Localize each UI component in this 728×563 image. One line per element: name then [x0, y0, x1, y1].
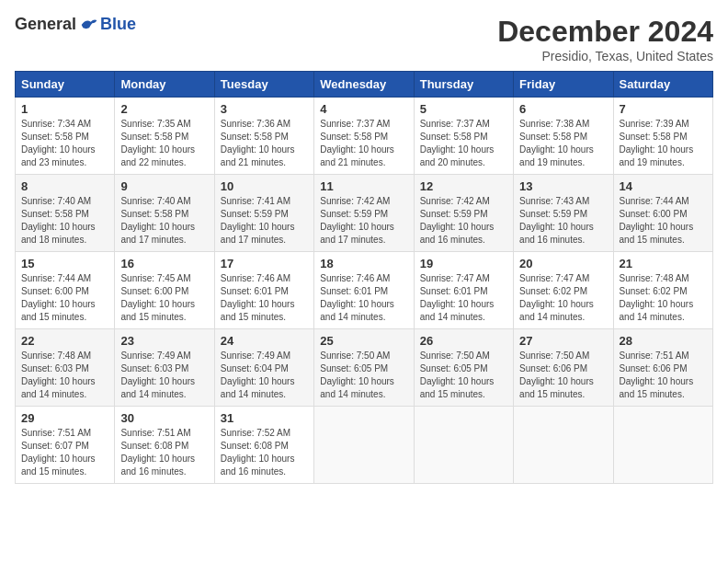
calendar-cell: 9Sunrise: 7:40 AMSunset: 5:58 PMDaylight… — [115, 175, 214, 252]
logo: General Blue — [15, 15, 136, 34]
day-number: 13 — [519, 179, 607, 193]
calendar-cell: 1Sunrise: 7:34 AMSunset: 5:58 PMDaylight… — [16, 98, 115, 175]
logo-blue-text: Blue — [100, 15, 136, 34]
location-text: Presidio, Texas, United States — [497, 49, 713, 63]
calendar-header-wednesday: Wednesday — [314, 72, 414, 98]
month-title: December 2024 — [497, 15, 713, 49]
day-info: Sunrise: 7:42 AMSunset: 5:59 PMDaylight:… — [420, 195, 507, 247]
day-info: Sunrise: 7:47 AMSunset: 6:01 PMDaylight:… — [420, 272, 507, 324]
calendar-cell: 4Sunrise: 7:37 AMSunset: 5:58 PMDaylight… — [314, 98, 414, 175]
day-number: 20 — [519, 257, 607, 270]
calendar-cell: 23Sunrise: 7:49 AMSunset: 6:03 PMDayligh… — [115, 329, 214, 407]
day-number: 10 — [221, 179, 308, 193]
day-info: Sunrise: 7:51 AMSunset: 6:08 PMDaylight:… — [120, 427, 208, 478]
calendar-cell: 28Sunrise: 7:51 AMSunset: 6:06 PMDayligh… — [613, 329, 712, 407]
calendar-cell: 16Sunrise: 7:45 AMSunset: 6:00 PMDayligh… — [115, 252, 214, 329]
day-info: Sunrise: 7:46 AMSunset: 6:01 PMDaylight:… — [320, 272, 407, 324]
day-number: 23 — [120, 334, 208, 348]
day-number: 4 — [320, 102, 407, 116]
calendar-cell: 11Sunrise: 7:42 AMSunset: 5:59 PMDayligh… — [314, 175, 414, 252]
day-info: Sunrise: 7:52 AMSunset: 6:08 PMDaylight:… — [221, 427, 308, 478]
day-info: Sunrise: 7:49 AMSunset: 6:04 PMDaylight:… — [221, 350, 308, 401]
calendar-cell: 7Sunrise: 7:39 AMSunset: 5:58 PMDaylight… — [613, 98, 712, 175]
day-info: Sunrise: 7:42 AMSunset: 5:59 PMDaylight:… — [320, 195, 407, 247]
day-number: 15 — [21, 257, 108, 270]
day-number: 29 — [21, 411, 108, 425]
logo-bird-icon — [80, 16, 98, 34]
day-info: Sunrise: 7:49 AMSunset: 6:03 PMDaylight:… — [120, 350, 208, 401]
day-number: 26 — [420, 334, 507, 348]
calendar-cell: 17Sunrise: 7:46 AMSunset: 6:01 PMDayligh… — [214, 252, 313, 329]
day-info: Sunrise: 7:37 AMSunset: 5:58 PMDaylight:… — [420, 118, 507, 169]
calendar-header-thursday: Thursday — [414, 72, 513, 98]
calendar-cell: 14Sunrise: 7:44 AMSunset: 6:00 PMDayligh… — [613, 175, 712, 252]
calendar-cell: 19Sunrise: 7:47 AMSunset: 6:01 PMDayligh… — [414, 252, 513, 329]
day-info: Sunrise: 7:51 AMSunset: 6:06 PMDaylight:… — [620, 350, 707, 401]
calendar-header-friday: Friday — [514, 72, 613, 98]
day-info: Sunrise: 7:50 AMSunset: 6:05 PMDaylight:… — [320, 350, 407, 401]
day-number: 11 — [320, 179, 407, 193]
day-number: 22 — [21, 334, 108, 348]
calendar-cell: 5Sunrise: 7:37 AMSunset: 5:58 PMDaylight… — [414, 98, 513, 175]
calendar-cell: 18Sunrise: 7:46 AMSunset: 6:01 PMDayligh… — [314, 252, 414, 329]
calendar-week-row: 22Sunrise: 7:48 AMSunset: 6:03 PMDayligh… — [16, 329, 713, 407]
calendar-header-monday: Monday — [115, 72, 214, 98]
day-info: Sunrise: 7:36 AMSunset: 5:58 PMDaylight:… — [221, 118, 308, 169]
calendar-cell: 20Sunrise: 7:47 AMSunset: 6:02 PMDayligh… — [514, 252, 613, 329]
day-info: Sunrise: 7:39 AMSunset: 5:58 PMDaylight:… — [620, 118, 707, 169]
calendar-cell: 25Sunrise: 7:50 AMSunset: 6:05 PMDayligh… — [314, 329, 414, 407]
title-section: December 2024 Presidio, Texas, United St… — [497, 15, 713, 63]
day-number: 6 — [519, 102, 607, 116]
day-number: 3 — [221, 102, 308, 116]
day-number: 25 — [320, 334, 407, 348]
calendar-cell: 29Sunrise: 7:51 AMSunset: 6:07 PMDayligh… — [16, 407, 115, 484]
calendar-week-row: 29Sunrise: 7:51 AMSunset: 6:07 PMDayligh… — [16, 407, 713, 484]
day-number: 18 — [320, 257, 407, 270]
calendar-cell: 13Sunrise: 7:43 AMSunset: 5:59 PMDayligh… — [514, 175, 613, 252]
calendar-week-row: 15Sunrise: 7:44 AMSunset: 6:00 PMDayligh… — [16, 252, 713, 329]
calendar-cell: 12Sunrise: 7:42 AMSunset: 5:59 PMDayligh… — [414, 175, 513, 252]
calendar-cell: 21Sunrise: 7:48 AMSunset: 6:02 PMDayligh… — [613, 252, 712, 329]
calendar-table: SundayMondayTuesdayWednesdayThursdayFrid… — [15, 71, 713, 484]
day-info: Sunrise: 7:44 AMSunset: 6:00 PMDaylight:… — [21, 272, 108, 324]
calendar-cell: 3Sunrise: 7:36 AMSunset: 5:58 PMDaylight… — [214, 98, 313, 175]
day-number: 19 — [420, 257, 507, 270]
calendar-cell — [613, 407, 712, 484]
calendar-cell: 8Sunrise: 7:40 AMSunset: 5:58 PMDaylight… — [16, 175, 115, 252]
calendar-cell — [414, 407, 513, 484]
day-info: Sunrise: 7:51 AMSunset: 6:07 PMDaylight:… — [21, 427, 108, 478]
calendar-cell — [514, 407, 613, 484]
calendar-cell: 26Sunrise: 7:50 AMSunset: 6:05 PMDayligh… — [414, 329, 513, 407]
day-info: Sunrise: 7:41 AMSunset: 5:59 PMDaylight:… — [221, 195, 308, 247]
day-info: Sunrise: 7:50 AMSunset: 6:05 PMDaylight:… — [420, 350, 507, 401]
logo-general-text: General — [15, 15, 76, 34]
calendar-cell: 27Sunrise: 7:50 AMSunset: 6:06 PMDayligh… — [514, 329, 613, 407]
day-number: 7 — [620, 102, 707, 116]
day-number: 24 — [221, 334, 308, 348]
day-number: 30 — [120, 411, 208, 425]
day-number: 31 — [221, 411, 308, 425]
calendar-header-saturday: Saturday — [613, 72, 712, 98]
day-number: 17 — [221, 257, 308, 270]
calendar-header-sunday: Sunday — [16, 72, 115, 98]
page-header: General Blue December 2024 Presidio, Tex… — [15, 15, 713, 63]
day-info: Sunrise: 7:40 AMSunset: 5:58 PMDaylight:… — [21, 195, 108, 247]
day-info: Sunrise: 7:37 AMSunset: 5:58 PMDaylight:… — [320, 118, 407, 169]
day-info: Sunrise: 7:45 AMSunset: 6:00 PMDaylight:… — [120, 272, 208, 324]
day-info: Sunrise: 7:38 AMSunset: 5:58 PMDaylight:… — [519, 118, 607, 169]
day-number: 9 — [120, 179, 208, 193]
calendar-cell: 31Sunrise: 7:52 AMSunset: 6:08 PMDayligh… — [214, 407, 313, 484]
day-number: 16 — [120, 257, 208, 270]
day-info: Sunrise: 7:47 AMSunset: 6:02 PMDaylight:… — [519, 272, 607, 324]
day-info: Sunrise: 7:48 AMSunset: 6:03 PMDaylight:… — [21, 350, 108, 401]
calendar-week-row: 1Sunrise: 7:34 AMSunset: 5:58 PMDaylight… — [16, 98, 713, 175]
day-info: Sunrise: 7:43 AMSunset: 5:59 PMDaylight:… — [519, 195, 607, 247]
calendar-cell — [314, 407, 414, 484]
day-number: 5 — [420, 102, 507, 116]
calendar-cell: 24Sunrise: 7:49 AMSunset: 6:04 PMDayligh… — [214, 329, 313, 407]
day-info: Sunrise: 7:50 AMSunset: 6:06 PMDaylight:… — [519, 350, 607, 401]
day-info: Sunrise: 7:44 AMSunset: 6:00 PMDaylight:… — [620, 195, 707, 247]
day-number: 8 — [21, 179, 108, 193]
day-number: 12 — [420, 179, 507, 193]
day-number: 28 — [620, 334, 707, 348]
